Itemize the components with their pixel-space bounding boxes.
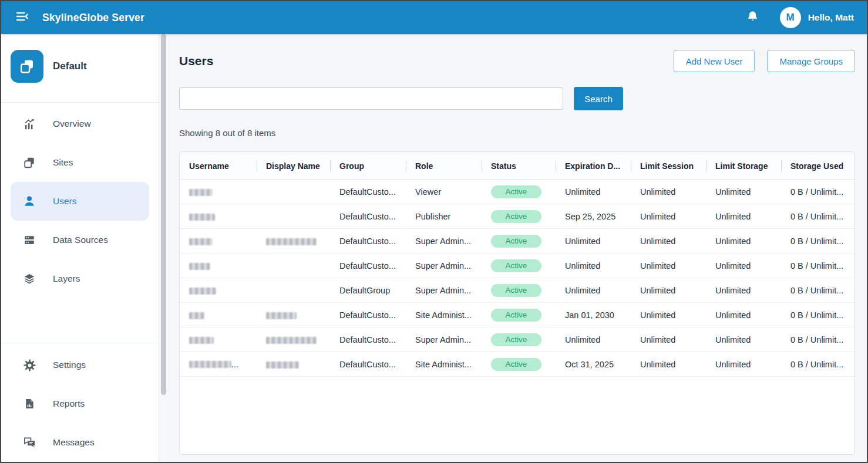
column-header-group: Group [330,152,406,180]
sidebar-item-reports[interactable]: Reports [11,384,149,423]
column-header-status: Status [482,152,556,180]
column-header-storage-used: Storage Used [781,152,854,180]
cell-username [180,335,257,344]
status-badge: Active [491,235,541,248]
notifications-button[interactable] [745,9,761,26]
cell-limit-session: Unlimited [631,360,706,369]
cell-username [180,236,257,246]
sidebar-item-settings[interactable]: Settings [11,346,149,384]
cell-limit-storage: Unlimited [706,286,781,295]
tenant-label: Default [53,60,87,72]
cell-storage-used: 0 B / Unlimit... [781,360,854,369]
sidebar-item-messages[interactable]: Messages [11,423,149,462]
cell-limit-session: Unlimited [631,261,706,271]
table-row[interactable]: DefaultCusto...ViewerActiveUnlimitedUnli… [180,180,854,204]
cell-status: Active [482,309,556,322]
search-input[interactable] [179,87,563,110]
sidebar-item-sites[interactable]: Sites [11,143,149,182]
cell-group: DefaultCusto... [330,360,406,369]
redacted-text [189,288,216,295]
cell-role: Super Admin... [406,236,482,246]
redacted-text [189,189,213,196]
redacted-text [266,361,299,369]
cell-storage-used: 0 B / Unlimit... [781,310,854,320]
gear-icon [22,358,36,372]
cell-status: Active [482,210,556,223]
sidebar-footer-nav: SettingsReportsMessages [1,346,159,462]
cell-status: Active [482,259,556,272]
cell-limit-storage: Unlimited [706,261,781,271]
sidebar-item-users[interactable]: Users [11,182,149,221]
sidebar-item-label: Overview [53,119,91,129]
avatar[interactable]: M [780,7,801,28]
column-header-role: Role [406,152,482,180]
top-bar: SkylineGlobe Server M Hello, Matt [1,1,867,34]
cell-limit-session: Unlimited [631,335,706,344]
table-row[interactable]: DefaultCusto...Super Admin...ActiveUnlim… [180,254,854,278]
tenant-selector[interactable]: Default [1,34,159,83]
search-button[interactable]: Search [574,87,623,110]
cell-username [180,261,257,271]
redacted-text [189,361,231,368]
sidebar-item-data-sources[interactable]: Data Sources [11,221,149,259]
column-header-username: Username [180,152,257,180]
cell-expiration-date: Jan 01, 2030 [556,310,631,320]
table-row[interactable]: DefaultCusto...Super Admin...ActiveUnlim… [180,229,854,254]
sidebar-item-label: Users [53,196,76,207]
sidebar-scrollbar-thumb[interactable] [161,34,166,395]
cell-expiration-date: Sep 25, 2025 [556,212,631,221]
users-table-body: DefaultCusto...ViewerActiveUnlimitedUnli… [180,180,854,377]
sidebar-item-label: Data Sources [53,235,108,245]
redacted-text [189,337,214,344]
sidebar-spacer [1,298,159,343]
sidebar-collapse-button[interactable] [14,9,31,26]
table-row[interactable]: DefaultCusto...Super Admin...ActiveUnlim… [180,327,854,352]
column-header-expiration-d: Expiration D... [556,152,631,180]
redacted-text [189,263,210,270]
manage-groups-button[interactable]: Manage Groups [767,50,855,72]
redacted-text [266,238,317,245]
redacted-text [189,312,204,319]
sidebar-divider [1,102,159,103]
users-table: UsernameDisplay NameGroupRoleStatusExpir… [179,151,855,455]
table-row[interactable]: DefaultCusto...PublisherActiveSep 25, 20… [180,204,854,229]
cell-role: Super Admin... [406,261,482,271]
status-badge: Active [491,185,541,198]
cell-expiration-date: Unlimited [556,335,631,344]
table-row[interactable]: DefaultGroupSuper Admin...ActiveUnlimite… [180,278,854,303]
cell-role: Publisher [406,212,482,221]
status-badge: Active [491,259,541,272]
cell-expiration-date: Unlimited [556,236,631,246]
cell-limit-session: Unlimited [631,212,706,221]
sidebar-item-label: Layers [53,273,80,284]
table-row[interactable]: DefaultCusto...Site Administ...ActiveJan… [180,303,854,327]
table-row[interactable]: ...DefaultCusto...Site Administ...Active… [180,352,854,377]
add-new-user-button[interactable]: Add New User [674,50,755,72]
cell-status: Active [482,333,556,346]
cell-username [180,187,257,197]
app-title: SkylineGlobe Server [42,12,144,24]
cell-username: ... [180,359,257,369]
table-header-row: UsernameDisplay NameGroupRoleStatusExpir… [180,152,854,180]
cell-expiration-date: Oct 31, 2025 [556,360,631,369]
cell-limit-storage: Unlimited [706,236,781,246]
layers-icon [22,272,36,286]
cell-limit-session: Unlimited [631,310,706,320]
sidebar-scrollbar-track[interactable] [159,34,167,462]
cell-group: DefaultCusto... [330,261,406,271]
cell-storage-used: 0 B / Unlimit... [781,335,854,344]
sidebar-item-overview[interactable]: Overview [11,104,149,143]
chart-icon [22,117,36,131]
redacted-text [266,337,317,344]
sidebar-item-layers[interactable]: Layers [11,259,149,298]
status-badge: Active [491,333,541,346]
cell-limit-storage: Unlimited [706,310,781,320]
redacted-text [189,238,213,245]
sidebar: Default OverviewSitesUsersData SourcesLa… [1,34,159,462]
cell-limit-session: Unlimited [631,236,706,246]
cell-display-name [257,236,330,246]
status-badge: Active [491,284,541,297]
cell-limit-storage: Unlimited [706,187,781,197]
bell-icon [746,10,759,25]
sidebar-footer-divider [1,343,159,343]
